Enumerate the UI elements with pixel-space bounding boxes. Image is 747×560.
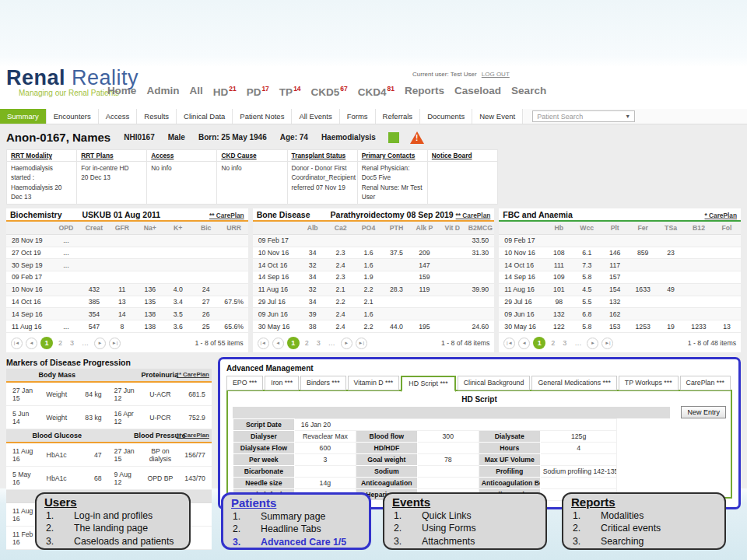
nav-item-ckd4[interactable]: CKD481 xyxy=(358,85,395,98)
careplan-link[interactable]: ** CarePlan xyxy=(177,371,209,378)
page-button-current[interactable]: 1 xyxy=(533,337,545,349)
table-row: 10 Nov 16342.31.637.520931.30 xyxy=(253,247,495,259)
summary-cell: No info xyxy=(217,162,287,205)
nav-item-caseload[interactable]: Caseload xyxy=(454,85,501,98)
tab-results[interactable]: Results xyxy=(137,109,177,124)
cell: 132 xyxy=(601,296,629,308)
page-button[interactable]: … xyxy=(326,339,338,347)
hd-value-cell xyxy=(294,466,356,478)
cell: 09 Feb 17 xyxy=(6,271,52,284)
first-page-button[interactable]: |◄ xyxy=(258,338,269,349)
tab-forms[interactable]: Forms xyxy=(340,109,376,124)
current-user-label: Current user: Test User xyxy=(412,71,477,78)
summary-value-line: Donor - Donor First xyxy=(292,163,353,173)
cell: 31.30 xyxy=(466,247,494,259)
nav-item-all[interactable]: All xyxy=(189,85,202,98)
cell: 354 xyxy=(80,308,108,320)
tab-access[interactable]: Access xyxy=(99,109,138,124)
tab-documents[interactable]: Documents xyxy=(420,109,472,124)
page-button[interactable]: 3 xyxy=(314,339,323,347)
first-page-button[interactable]: |◄ xyxy=(503,338,515,349)
next-page-button[interactable]: ► xyxy=(94,338,106,349)
hd-value-cell xyxy=(417,466,479,478)
cell: 2.3 xyxy=(327,247,355,259)
patient-search-dropdown[interactable]: Patient Search ▼ xyxy=(532,110,635,122)
cell: 1.6 xyxy=(355,308,383,320)
first-page-button[interactable]: |◄ xyxy=(11,338,23,349)
cell: 111 xyxy=(545,259,573,271)
cell xyxy=(685,247,713,259)
next-page-button[interactable]: ► xyxy=(587,338,598,349)
new-entry-button[interactable]: New Entry xyxy=(681,406,726,418)
cell xyxy=(466,296,494,308)
careplan-link[interactable]: * CarePlan xyxy=(705,212,738,219)
careplan-link[interactable]: ** CarePlan xyxy=(209,212,244,219)
adv-tab-clinical-background[interactable]: Clinical Background xyxy=(458,376,531,390)
adv-tab-vitamin-d[interactable]: Vitamin D *** xyxy=(348,376,400,390)
tab-summary[interactable]: Summary xyxy=(0,109,47,124)
page-button-current[interactable]: 1 xyxy=(287,337,300,349)
page-button[interactable]: 3 xyxy=(560,339,569,347)
adv-tab-general-medications[interactable]: General Medications *** xyxy=(531,376,616,390)
adv-tab-epo[interactable]: EPO *** xyxy=(226,376,263,390)
prev-page-button[interactable]: ◄ xyxy=(272,338,284,349)
cell: 09 Feb 17 xyxy=(499,234,545,247)
page-button[interactable]: 2 xyxy=(549,339,557,347)
nav-item-home[interactable]: Home xyxy=(107,85,137,98)
nav-item-admin[interactable]: Admin xyxy=(146,85,179,98)
cell xyxy=(410,308,438,320)
page-button-current[interactable]: 1 xyxy=(40,337,53,349)
nav-item-tp[interactable]: TP14 xyxy=(279,85,301,98)
cell xyxy=(220,234,248,247)
page-button[interactable]: … xyxy=(572,339,584,347)
page-button[interactable]: … xyxy=(79,339,91,347)
cell xyxy=(108,259,136,271)
cell: 1.6 xyxy=(355,247,383,259)
advanced-management-title: Advanced Management xyxy=(226,364,732,373)
tab-all-events[interactable]: All Events xyxy=(292,109,339,124)
adv-tab-iron[interactable]: Iron *** xyxy=(265,376,299,390)
page-button[interactable]: 2 xyxy=(56,339,65,347)
nav-item-ckd5[interactable]: CKD567 xyxy=(311,85,348,98)
column-header: TSa xyxy=(657,222,685,235)
nav-item-search[interactable]: Search xyxy=(511,85,546,98)
prev-page-button[interactable]: ◄ xyxy=(26,338,37,349)
results-table: OPDCreatGFRNa+K+BicURR28 Nov 19...27 Oct… xyxy=(6,222,248,333)
cell: 30 May 16 xyxy=(499,320,545,333)
page-button[interactable]: 3 xyxy=(68,339,76,347)
table-row: 30 Sep 19... xyxy=(6,259,248,271)
nav-item-hd[interactable]: HD21 xyxy=(213,85,237,98)
tab-new-event[interactable]: New Event xyxy=(472,109,523,124)
nav-item-pd[interactable]: PD17 xyxy=(247,85,269,98)
logout-link[interactable]: LOG OUT xyxy=(482,71,510,78)
adv-tab-binders[interactable]: Binders *** xyxy=(300,376,346,390)
tab-patient-notes[interactable]: Patient Notes xyxy=(233,109,292,124)
next-page-button[interactable]: ► xyxy=(341,338,352,349)
tab-encounters[interactable]: Encounters xyxy=(47,109,99,124)
cell xyxy=(192,259,220,271)
last-page-button[interactable]: ►| xyxy=(356,338,367,349)
careplan-link[interactable]: ** CarePlan xyxy=(177,432,209,439)
cell xyxy=(383,308,411,320)
legend-item-label: Headline Tabs xyxy=(261,523,361,535)
adv-tab-careplan[interactable]: CarePlan *** xyxy=(680,376,731,390)
results-panel-bone-disease: Bone DiseaseParathyroidectomy 08 Sep 201… xyxy=(253,208,495,352)
last-page-button[interactable]: ►| xyxy=(109,338,121,349)
hd-script-table: Script Date16 Jan 20DialyserRevaclear Ma… xyxy=(233,418,618,501)
nav-item-reports[interactable]: Reports xyxy=(405,85,444,98)
prev-page-button[interactable]: ◄ xyxy=(518,338,530,349)
tab-clinical-data[interactable]: Clinical Data xyxy=(177,109,233,124)
tab-referrals[interactable]: Referrals xyxy=(376,109,421,124)
legend-item: 2.Critical events xyxy=(571,522,717,534)
page-button[interactable]: 2 xyxy=(303,339,311,347)
adv-tab-hd-script[interactable]: HD Script *** xyxy=(401,376,455,392)
warning-icon[interactable] xyxy=(410,131,424,144)
legend-item-label: Critical events xyxy=(601,522,717,534)
cell xyxy=(629,259,657,271)
cell: 34 xyxy=(299,247,327,259)
last-page-button[interactable]: ►| xyxy=(601,338,613,349)
adv-tab-tp-workups[interactable]: TP Workups *** xyxy=(619,376,679,390)
hd-label-cell: Bicarbonate xyxy=(233,466,294,478)
careplan-link[interactable]: ** CarePlan xyxy=(456,212,491,219)
cell: 11 Aug 16 xyxy=(499,283,545,296)
